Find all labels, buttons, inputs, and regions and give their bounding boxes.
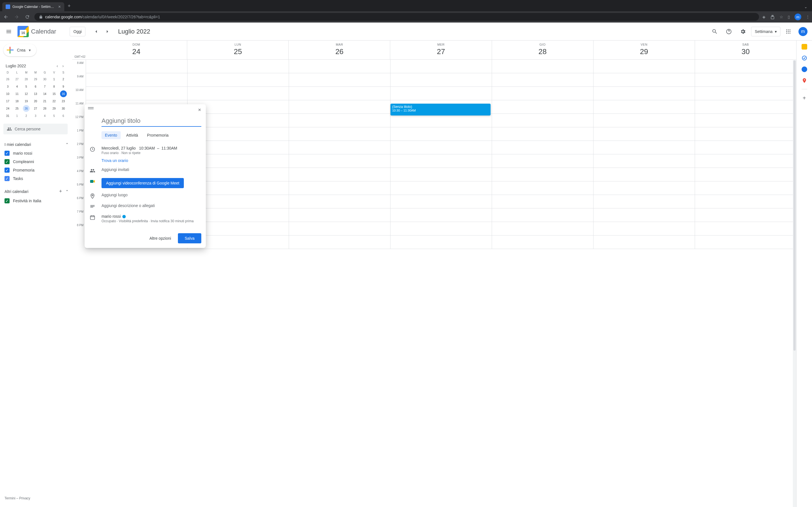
panel-icon[interactable]: ▯	[788, 15, 790, 19]
day-header[interactable]: DOM24	[86, 41, 187, 59]
tab-overflow-icon[interactable]: ⌄	[802, 2, 810, 11]
tab-task[interactable]: Attività	[123, 131, 142, 139]
day-header[interactable]: VEN29	[593, 41, 695, 59]
mini-day-cell[interactable]: 2	[60, 76, 67, 82]
bookmark-icon[interactable]: ☆	[779, 15, 783, 19]
mini-day-cell[interactable]: 13	[32, 91, 39, 97]
mini-day-cell[interactable]: 1	[13, 112, 20, 119]
other-calendars-toggle[interactable]: Altri calendari + ⌃	[3, 186, 70, 196]
day-header[interactable]: SAB30	[695, 41, 796, 59]
search-people-input[interactable]: Cerca persone	[3, 124, 68, 134]
add-calendar-icon[interactable]: +	[59, 188, 62, 194]
mini-day-cell[interactable]: 27	[32, 105, 39, 112]
mini-day-cell[interactable]: 2	[23, 112, 30, 119]
mini-day-cell[interactable]: 7	[42, 83, 48, 90]
mini-day-cell[interactable]: 19	[23, 98, 30, 105]
day-header[interactable]: LUN25	[187, 41, 289, 59]
app-logo[interactable]: Calendar	[17, 26, 56, 37]
reload-icon[interactable]	[24, 13, 31, 20]
mini-day-cell[interactable]: 8	[51, 83, 57, 90]
day-column[interactable]	[492, 60, 593, 249]
create-button[interactable]: Crea ▾	[3, 44, 36, 56]
mini-day-cell[interactable]: 4	[42, 112, 48, 119]
mini-day-cell[interactable]: 23	[60, 98, 67, 105]
mini-day-cell[interactable]: 10	[4, 91, 11, 97]
account-avatar[interactable]: m	[799, 27, 808, 36]
mini-day-cell[interactable]: 11	[13, 91, 20, 97]
event-chip[interactable]: (Senza titolo)10:30 – 11:30AM	[391, 104, 491, 115]
share-icon[interactable]	[770, 14, 775, 19]
save-button[interactable]: Salva	[178, 233, 201, 243]
mini-day-cell[interactable]: 9	[60, 83, 67, 90]
mini-day-cell[interactable]: 4	[13, 83, 20, 90]
maps-icon[interactable]	[802, 78, 807, 83]
mini-day-cell[interactable]: 28	[42, 105, 48, 112]
mini-day-cell[interactable]: 20	[32, 98, 39, 105]
calendar-item[interactable]: ✓Compleanni	[3, 158, 70, 166]
day-header[interactable]: MAR26	[289, 41, 390, 59]
add-guests-field[interactable]: Aggiungi invitati	[101, 167, 201, 172]
calendar-checkbox[interactable]: ✓	[4, 176, 10, 181]
event-datetime[interactable]: Mercoledì, 27 luglio 10:30AM – 11:30AM F…	[101, 146, 201, 155]
back-icon[interactable]	[2, 13, 10, 20]
scrollbar[interactable]	[793, 60, 796, 507]
day-column[interactable]	[289, 60, 390, 249]
mini-day-cell[interactable]: 12	[23, 91, 30, 97]
calendar-item[interactable]: ✓Promemoria	[3, 166, 70, 174]
today-button[interactable]: Oggi	[70, 27, 86, 36]
add-description-field[interactable]: Aggiungi descrizione o allegati	[101, 203, 201, 208]
privacy-link[interactable]: Privacy	[19, 496, 30, 500]
mini-day-cell[interactable]: 5	[23, 83, 30, 90]
mini-day-cell[interactable]: 22	[51, 98, 57, 105]
day-column[interactable]	[593, 60, 695, 249]
kebab-menu-icon[interactable]: ⋮	[806, 15, 810, 19]
mini-day-cell[interactable]: 29	[32, 76, 39, 82]
day-column[interactable]: (Senza titolo)10:30 – 11:30AM	[390, 60, 492, 249]
scroll-thumb[interactable]	[794, 60, 796, 351]
settings-icon[interactable]	[737, 25, 749, 38]
calendar-checkbox[interactable]: ✓	[4, 198, 10, 203]
organizer-row[interactable]: mario rossi Occupato · Visibilità predef…	[101, 214, 201, 223]
mini-day-cell[interactable]: 16	[60, 91, 67, 97]
calendar-item[interactable]: ✓mario rossi	[3, 149, 70, 158]
tasks-icon[interactable]	[802, 55, 807, 61]
mini-day-cell[interactable]: 3	[4, 83, 11, 90]
mini-day-cell[interactable]: 6	[32, 83, 39, 90]
day-column[interactable]	[695, 60, 796, 249]
mini-day-cell[interactable]: 30	[42, 76, 48, 82]
url-field[interactable]: calendar.google.com/calendar/u/0/r/week/…	[35, 13, 759, 21]
mini-day-cell[interactable]: 21	[42, 98, 48, 105]
extension-icon[interactable]: ◈	[762, 15, 765, 19]
mini-day-cell[interactable]: 27	[13, 76, 20, 82]
calendar-item[interactable]: ✓Tasks	[3, 174, 70, 183]
close-icon[interactable]: ✕	[197, 107, 202, 113]
mini-day-cell[interactable]: 24	[4, 105, 11, 112]
mini-day-cell[interactable]: 29	[51, 105, 57, 112]
tab-reminder[interactable]: Promemoria	[144, 131, 172, 139]
view-selector[interactable]: Settimana ▾	[751, 27, 780, 36]
event-title-input[interactable]	[101, 115, 201, 127]
mini-prev-icon[interactable]: ‹	[55, 63, 60, 69]
profile-avatar[interactable]: m	[795, 13, 801, 20]
day-header[interactable]: GIO28	[492, 41, 593, 59]
calendar-checkbox[interactable]: ✓	[4, 168, 10, 173]
my-calendars-toggle[interactable]: I miei calendari ⌃	[3, 140, 70, 149]
find-time-link[interactable]: Trova un orario	[101, 157, 201, 165]
prev-period-icon[interactable]	[91, 26, 101, 37]
drag-handle-icon[interactable]	[88, 107, 94, 113]
forward-icon[interactable]	[13, 13, 20, 20]
mini-day-cell[interactable]: 30	[60, 105, 67, 112]
mini-day-cell[interactable]: 17	[4, 98, 11, 105]
add-meet-button[interactable]: Aggiungi videoconferenza di Google Meet	[101, 178, 184, 188]
browser-tab[interactable]: Google Calendar - Settimana d ✕	[2, 2, 64, 11]
mini-day-cell[interactable]: 15	[51, 91, 57, 97]
mini-day-cell[interactable]: 31	[4, 112, 11, 119]
help-icon[interactable]	[723, 25, 735, 38]
tab-event[interactable]: Evento	[101, 131, 121, 139]
day-header[interactable]: MER27	[390, 41, 492, 59]
mini-day-cell[interactable]: 3	[32, 112, 39, 119]
mini-next-icon[interactable]: ›	[61, 63, 65, 69]
calendar-item[interactable]: ✓Festività in Italia	[3, 196, 70, 205]
keep-icon[interactable]	[802, 44, 807, 50]
new-tab-button[interactable]: +	[64, 1, 74, 11]
